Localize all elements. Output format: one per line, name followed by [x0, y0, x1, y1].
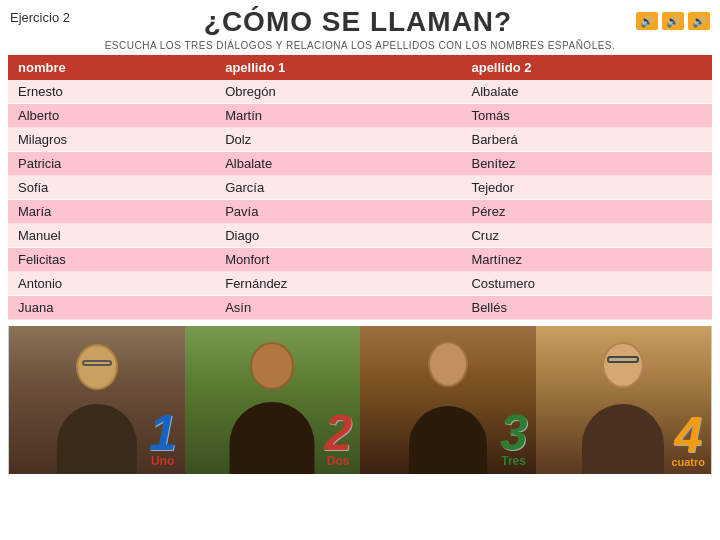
person-4: 4 cuatro [536, 326, 712, 474]
cell-6-2: Cruz [461, 224, 712, 248]
table-row: AntonioFernándezCostumero [8, 272, 712, 296]
main-title: ¿CÓMO SE LLAMAN? [80, 6, 636, 38]
cell-8-2: Costumero [461, 272, 712, 296]
cell-7-1: Monfort [215, 248, 461, 272]
cell-8-1: Fernández [215, 272, 461, 296]
cell-0-2: Albalate [461, 80, 712, 104]
table-container: nombre apellido 1 apellido 2 ErnestoObre… [0, 55, 720, 320]
cell-1-0: Alberto [8, 104, 215, 128]
table-row: FelicitasMonfortMartínez [8, 248, 712, 272]
cell-7-0: Felicitas [8, 248, 215, 272]
cell-0-1: Obregón [215, 80, 461, 104]
cell-3-0: Patricia [8, 152, 215, 176]
cell-6-1: Diago [215, 224, 461, 248]
cell-5-1: Pavía [215, 200, 461, 224]
person-3: 3 Tres [360, 326, 536, 474]
audio-controls: 🔊 🔊 🔊 [636, 12, 710, 30]
audio-button-1[interactable]: 🔊 [636, 12, 658, 30]
table-row: SofíaGarcíaTejedor [8, 176, 712, 200]
table-row: AlbertoMartínTomás [8, 104, 712, 128]
cell-2-0: Milagros [8, 128, 215, 152]
cell-4-1: García [215, 176, 461, 200]
cell-2-2: Barberá [461, 128, 712, 152]
person-2: 2 Dos [185, 326, 361, 474]
photos-row: 1 Uno 2 Dos 3 Tres [8, 326, 712, 474]
cell-5-0: María [8, 200, 215, 224]
cell-9-2: Bellés [461, 296, 712, 320]
subtitle: Escucha los tres diálogos y relaciona lo… [0, 40, 720, 55]
col-apellido1: apellido 1 [215, 55, 461, 80]
cell-3-1: Albalate [215, 152, 461, 176]
cell-1-2: Tomás [461, 104, 712, 128]
cell-4-2: Tejedor [461, 176, 712, 200]
table-row: MilagrosDolzBarberá [8, 128, 712, 152]
names-table: nombre apellido 1 apellido 2 ErnestoObre… [8, 55, 712, 320]
cell-3-2: Benítez [461, 152, 712, 176]
ejercicio-label: Ejercicio 2 [10, 10, 80, 25]
cell-9-1: Asín [215, 296, 461, 320]
cell-9-0: Juana [8, 296, 215, 320]
cell-7-2: Martínez [461, 248, 712, 272]
person-1: 1 Uno [9, 326, 185, 474]
cell-8-0: Antonio [8, 272, 215, 296]
audio-button-3[interactable]: 🔊 [688, 12, 710, 30]
table-row: MaríaPavíaPérez [8, 200, 712, 224]
table-row: ManuelDiagoCruz [8, 224, 712, 248]
cell-4-0: Sofía [8, 176, 215, 200]
col-nombre: nombre [8, 55, 215, 80]
cell-1-1: Martín [215, 104, 461, 128]
audio-button-2[interactable]: 🔊 [662, 12, 684, 30]
table-row: JuanaAsínBellés [8, 296, 712, 320]
table-header-row: nombre apellido 1 apellido 2 [8, 55, 712, 80]
table-body: ErnestoObregónAlbalateAlbertoMartínTomás… [8, 80, 712, 320]
cell-6-0: Manuel [8, 224, 215, 248]
table-row: PatriciaAlbalateBenítez [8, 152, 712, 176]
cell-0-0: Ernesto [8, 80, 215, 104]
col-apellido2: apellido 2 [461, 55, 712, 80]
header: Ejercicio 2 ¿CÓMO SE LLAMAN? 🔊 🔊 🔊 [0, 0, 720, 40]
cell-5-2: Pérez [461, 200, 712, 224]
table-row: ErnestoObregónAlbalate [8, 80, 712, 104]
cell-2-1: Dolz [215, 128, 461, 152]
